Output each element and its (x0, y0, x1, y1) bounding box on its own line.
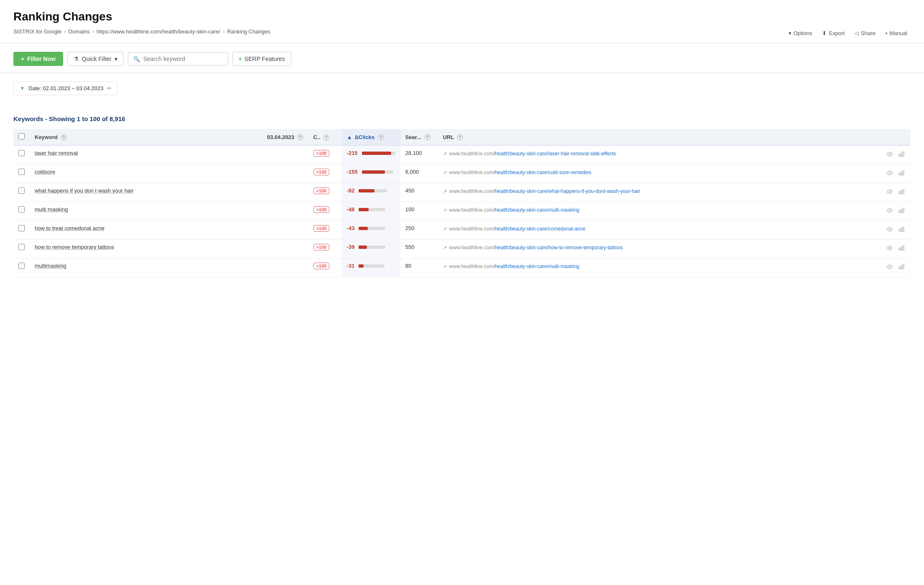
export-button[interactable]: ⬇ Export (819, 28, 848, 38)
delta-value: -215 (347, 150, 358, 156)
url-path[interactable]: /health/beauty-skin-care/comedonal-acne (494, 226, 585, 232)
row-checkbox[interactable] (18, 206, 25, 213)
url-path[interactable]: /health/beauty-skin-care/cold-sore-remed… (494, 170, 591, 175)
th-delta[interactable]: ▲ ΔClicks ? (342, 129, 400, 145)
breadcrumb-item-url[interactable]: https://www.healthline.com/health/beauty… (97, 28, 220, 35)
delta-value: -43 (347, 225, 355, 231)
c-cell: >100 (308, 165, 342, 183)
c-cell: >100 (308, 202, 342, 221)
keyword-link[interactable]: laser hair removal (35, 150, 78, 156)
filter-now-button[interactable]: + Filter Now (13, 52, 63, 66)
url-path[interactable]: /health/beauty-skin-care/multi-masking (494, 207, 579, 213)
chart-button[interactable] (897, 244, 906, 254)
url-cell: ↗ www.healthline.com/health/beauty-skin-… (438, 258, 881, 277)
view-button[interactable] (886, 263, 894, 273)
date-filter-badge: ▼ Date: 02.01.2023 ~ 03.04.2023 ✏ (13, 81, 118, 95)
delta-help-icon[interactable]: ? (378, 134, 384, 140)
manual-button[interactable]: ▪ Manual (882, 28, 911, 38)
chart-button[interactable] (897, 206, 906, 216)
breadcrumb-sep-2: › (92, 28, 94, 35)
url-path[interactable]: /health/beauty-skin-care/multi-masking (494, 263, 579, 269)
keyword-link[interactable]: coldsore (35, 169, 55, 175)
pencil-icon[interactable]: ✏ (107, 85, 112, 91)
url-path[interactable]: /health/beauty-skin-care/how-to-remove-t… (494, 245, 623, 251)
date-cell (262, 202, 308, 221)
breadcrumb-item-sistrix[interactable]: SISTRIX for Google (13, 28, 61, 35)
th-search: Sear... ? (400, 129, 438, 145)
svg-rect-21 (899, 248, 900, 250)
chart-button[interactable] (897, 150, 906, 160)
svg-rect-15 (903, 208, 904, 213)
url-help-icon[interactable]: ? (457, 134, 463, 140)
svg-rect-18 (901, 228, 902, 231)
view-button[interactable] (886, 244, 894, 254)
view-button[interactable] (886, 206, 894, 216)
th-actions (881, 129, 911, 145)
svg-rect-9 (899, 192, 900, 194)
c-badge: >100 (313, 169, 330, 175)
quick-filter-button[interactable]: ⚗ Quick Filter ▾ (67, 52, 124, 66)
url-cell: ↗ www.healthline.com/health/beauty-skin-… (438, 145, 881, 165)
keyword-help-icon[interactable]: ? (61, 134, 67, 140)
toolbar: + Filter Now ⚗ Quick Filter ▾ 🔍 + SERP F… (13, 52, 911, 66)
search-help-icon[interactable]: ? (425, 134, 430, 140)
th-date[interactable]: 03.04.2023 ? (262, 129, 308, 145)
chart-button[interactable] (897, 169, 906, 179)
keywords-count-header: Keywords - Showing 1 to 100 of 8,916 (13, 115, 911, 122)
row-checkbox[interactable] (18, 150, 25, 156)
svg-point-16 (889, 228, 891, 230)
search-keyword-wrap: 🔍 (128, 52, 228, 66)
chart-button[interactable] (897, 187, 906, 198)
keyword-link[interactable]: what happens if you don t wash your hair (35, 187, 133, 194)
delta-cell: -48 (342, 202, 400, 221)
c-badge: >100 (313, 263, 330, 269)
date-cell (262, 240, 308, 258)
url-path[interactable]: /health/beauty-skin-care/laser-hair-remo… (494, 151, 616, 157)
serp-features-button[interactable]: + SERP Features (232, 52, 291, 66)
keyword-link[interactable]: multi masking (35, 206, 68, 213)
chart-button[interactable] (897, 263, 906, 273)
row-checkbox[interactable] (18, 244, 25, 250)
search-keyword-input[interactable] (143, 56, 223, 62)
row-checkbox[interactable] (18, 225, 25, 231)
chevron-down-icon: ▾ (789, 30, 792, 36)
view-button[interactable] (886, 169, 894, 179)
select-all-checkbox[interactable] (18, 133, 25, 139)
breadcrumb-item-domains[interactable]: Domains (68, 28, 89, 35)
actions-cell (881, 258, 911, 277)
c-help-icon[interactable]: ? (323, 134, 329, 140)
keyword-link[interactable]: multimasking (35, 263, 66, 269)
filter-funnel-icon: ▼ (20, 85, 25, 91)
options-button[interactable]: ▾ Options (785, 28, 816, 38)
search-volume-cell: 450 (400, 183, 438, 202)
page-title: Ranking Changes (13, 10, 911, 23)
row-checkbox[interactable] (18, 187, 25, 194)
view-button[interactable] (886, 187, 894, 198)
delta-cell: -31 (342, 258, 400, 277)
svg-rect-13 (899, 210, 900, 213)
view-button[interactable] (886, 150, 894, 160)
svg-rect-5 (899, 173, 900, 175)
delta-bar-red (359, 208, 369, 211)
date-help-icon[interactable]: ? (298, 134, 303, 140)
url-path[interactable]: /health/beauty-skin-care/what-happens-if… (494, 188, 640, 194)
svg-point-12 (889, 210, 891, 211)
delta-value: -48 (347, 206, 355, 213)
chart-button[interactable] (897, 225, 906, 235)
manual-label: Manual (889, 30, 907, 36)
th-url: URL ? (438, 129, 881, 145)
external-link-icon: ↗ (443, 245, 448, 250)
svg-rect-1 (899, 154, 900, 156)
actions-cell (881, 221, 911, 240)
keyword-link[interactable]: how to treat comedonal acne (35, 225, 104, 231)
c-cell: >100 (308, 183, 342, 202)
row-checkbox[interactable] (18, 169, 25, 175)
svg-rect-26 (901, 266, 902, 269)
sort-up-icon: ▲ (347, 134, 352, 140)
delta-bar-red (359, 227, 368, 230)
row-checkbox[interactable] (18, 263, 25, 269)
view-button[interactable] (886, 225, 894, 235)
url-base: www.healthline.com (449, 170, 494, 175)
share-button[interactable]: ◁ Share (851, 28, 879, 38)
keyword-link[interactable]: how to remove temporary tattoos (35, 244, 114, 250)
